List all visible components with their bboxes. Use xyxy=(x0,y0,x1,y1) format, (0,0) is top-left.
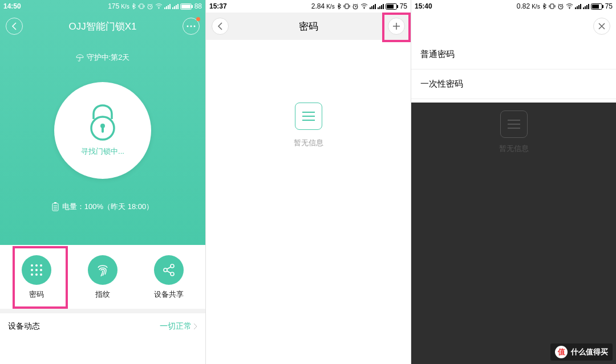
chevron-left-icon xyxy=(11,22,17,30)
svg-rect-51 xyxy=(379,6,380,9)
svg-rect-0 xyxy=(140,4,143,9)
action-label: 指纹 xyxy=(95,289,110,300)
status-time: 15:40 xyxy=(415,2,432,10)
svg-point-38 xyxy=(171,272,174,276)
svg-rect-15 xyxy=(192,5,193,8)
dimmed-backdrop: 暂无信息 xyxy=(411,103,616,364)
svg-point-33 xyxy=(31,273,33,276)
svg-rect-57 xyxy=(550,4,554,9)
dynamic-label: 设备动态 xyxy=(8,321,40,332)
separator xyxy=(0,309,205,313)
svg-rect-11 xyxy=(176,5,177,9)
list-empty-icon xyxy=(295,103,322,130)
guard-status: 守护中:第2天 xyxy=(0,52,205,63)
app-topbar: 密码 xyxy=(206,13,411,40)
svg-rect-6 xyxy=(166,6,167,9)
svg-rect-62 xyxy=(575,7,576,9)
page-title: OJJ智能门锁X1 xyxy=(23,20,183,33)
svg-rect-69 xyxy=(588,4,589,9)
wifi-icon xyxy=(360,3,368,9)
svg-rect-7 xyxy=(168,5,169,9)
svg-point-4 xyxy=(158,8,159,9)
alarm-icon xyxy=(147,3,153,10)
svg-rect-63 xyxy=(577,6,578,9)
lock-icon xyxy=(87,104,118,141)
umbrella-icon xyxy=(76,54,84,62)
device-dynamic-row[interactable]: 设备动态 一切正常 xyxy=(0,313,205,340)
svg-point-27 xyxy=(31,264,33,267)
close-button[interactable] xyxy=(593,18,610,35)
action-share[interactable]: 设备共享 xyxy=(140,255,197,300)
signal-icon xyxy=(370,3,376,9)
keypad-icon xyxy=(29,263,44,277)
vibrate-icon xyxy=(138,3,145,10)
plus-icon xyxy=(392,22,400,30)
more-button[interactable] xyxy=(183,18,200,35)
back-button[interactable] xyxy=(6,18,23,35)
empty-state: 暂无信息 xyxy=(206,103,411,148)
svg-rect-53 xyxy=(383,4,384,9)
page-title: 密码 xyxy=(229,20,388,33)
signal-icon xyxy=(583,3,589,9)
svg-rect-67 xyxy=(585,6,586,9)
alarm-icon xyxy=(557,3,564,10)
watermark-text: 什么值得买 xyxy=(571,347,608,357)
svg-point-16 xyxy=(187,26,189,27)
svg-rect-49 xyxy=(375,4,376,9)
svg-rect-56 xyxy=(397,5,398,8)
add-button[interactable] xyxy=(388,18,405,35)
svg-rect-55 xyxy=(387,5,394,9)
ghost-text: 暂无信息 xyxy=(499,144,529,154)
svg-point-36 xyxy=(171,264,174,268)
status-speed: 0.82 xyxy=(517,2,530,10)
svg-point-29 xyxy=(40,264,42,267)
status-speed: 175 xyxy=(108,2,119,10)
bluetooth-icon xyxy=(131,3,136,10)
action-password[interactable]: 密码 xyxy=(8,255,65,300)
bluetooth-icon xyxy=(337,3,342,10)
empty-text: 暂无信息 xyxy=(294,138,323,148)
back-button[interactable] xyxy=(212,18,229,35)
watermark-badge: 值 xyxy=(555,346,568,358)
vibrate-icon xyxy=(549,3,556,10)
status-bar: 14:50 175K/s 88 xyxy=(0,0,205,13)
close-icon xyxy=(598,23,605,30)
battery-info: 电量：100%（昨天 18:00） xyxy=(0,202,205,212)
svg-point-18 xyxy=(194,26,196,27)
bluetooth-icon xyxy=(542,3,547,10)
app-topbar: OJJ智能门锁X1 xyxy=(0,13,205,40)
svg-rect-68 xyxy=(586,5,587,9)
screen-password-list: 15:37 2.84K/s 75 密码 xyxy=(205,0,411,364)
svg-point-30 xyxy=(31,269,33,271)
alarm-icon xyxy=(352,3,359,10)
lock-status-circle[interactable]: 寻找门锁中... xyxy=(54,82,151,179)
vibrate-icon xyxy=(343,3,350,10)
signal-icon xyxy=(378,3,384,9)
dots-icon xyxy=(187,25,196,27)
svg-point-35 xyxy=(40,273,42,276)
app-topbar xyxy=(411,13,616,40)
svg-point-28 xyxy=(35,264,38,267)
option-onetime-password[interactable]: 一次性密码 xyxy=(411,69,616,99)
svg-rect-10 xyxy=(174,6,175,9)
signal-icon xyxy=(575,3,581,9)
battery-small-icon xyxy=(52,202,59,211)
svg-rect-5 xyxy=(164,7,165,9)
svg-point-61 xyxy=(569,8,570,9)
fingerprint-icon xyxy=(95,262,111,278)
option-normal-password[interactable]: 普通密码 xyxy=(411,40,616,69)
svg-rect-21 xyxy=(102,127,104,133)
svg-rect-52 xyxy=(381,5,382,9)
svg-rect-71 xyxy=(592,5,599,9)
action-fingerprint[interactable]: 指纹 xyxy=(74,255,131,300)
screen-lock-home: 14:50 175K/s 88 OJJ智能门锁X1 xyxy=(0,0,205,364)
battery-icon xyxy=(591,3,603,10)
svg-rect-41 xyxy=(345,4,348,9)
share-icon xyxy=(161,263,176,277)
screen-password-type: 15:40 0.82K/s 75 普通密码 一次性密码 xyxy=(411,0,616,364)
battery-pct: 88 xyxy=(194,2,202,10)
svg-rect-48 xyxy=(373,5,374,9)
svg-rect-72 xyxy=(602,5,603,8)
svg-point-34 xyxy=(35,273,38,276)
status-speed: 2.84 xyxy=(311,2,325,10)
